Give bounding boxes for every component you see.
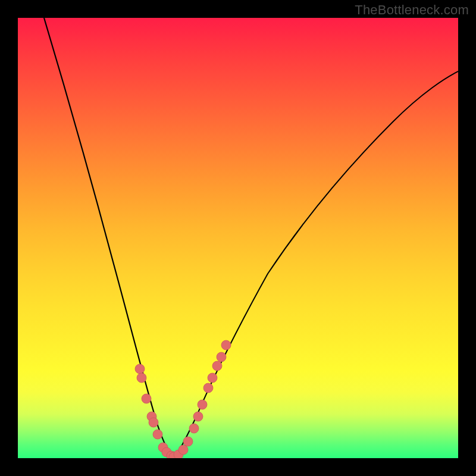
marker-point — [221, 340, 231, 350]
chart-svg — [18, 18, 458, 458]
right-curve — [174, 71, 458, 458]
marker-point — [212, 361, 222, 371]
marker-point — [198, 400, 207, 409]
chart-frame: TheBottleneck.com — [0, 0, 476, 476]
marker-point — [178, 445, 188, 455]
plot-area — [18, 18, 458, 458]
left-curve — [44, 18, 174, 458]
marker-point — [183, 437, 193, 446]
marker-point — [189, 424, 199, 433]
marker-point — [149, 418, 158, 427]
marker-point — [217, 352, 226, 362]
marker-group — [135, 340, 231, 458]
marker-point — [153, 430, 162, 439]
marker-point — [135, 364, 145, 374]
watermark-text: TheBottleneck.com — [355, 2, 469, 18]
marker-point — [142, 394, 151, 403]
marker-point — [203, 383, 213, 393]
marker-point — [208, 373, 217, 383]
marker-point — [137, 373, 146, 383]
marker-point — [193, 412, 203, 421]
